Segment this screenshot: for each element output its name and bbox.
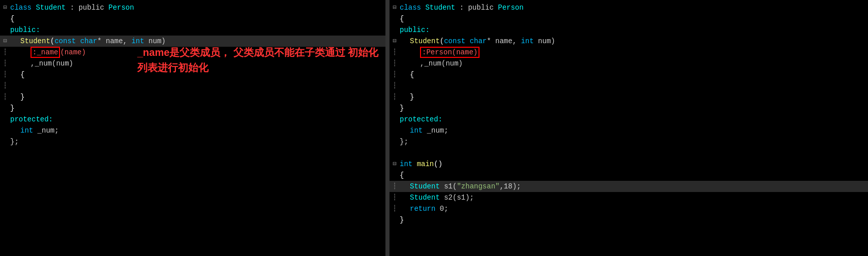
left-code-panel: ⊟class Student : public Person{public:⊟S… bbox=[0, 0, 386, 256]
line-tokens: } bbox=[400, 103, 404, 114]
token: } bbox=[400, 104, 404, 112]
token: Student bbox=[36, 4, 66, 12]
token bbox=[412, 160, 416, 168]
line-tokens: { bbox=[20, 69, 24, 80]
token: main bbox=[417, 160, 434, 168]
line-gutter: ┆ bbox=[0, 58, 10, 69]
token: { bbox=[410, 71, 414, 79]
token: _num; bbox=[33, 126, 58, 135]
code-line: protected: bbox=[0, 114, 385, 125]
token: public: bbox=[10, 26, 40, 34]
code-line: public: bbox=[390, 24, 868, 36]
code-line: }; bbox=[390, 136, 868, 147]
line-gutter: ┆ bbox=[0, 47, 10, 58]
line-tokens: protected: bbox=[400, 114, 442, 125]
token: s1( bbox=[440, 182, 457, 190]
token: const bbox=[444, 37, 465, 45]
line-tokens: { bbox=[400, 13, 404, 24]
line-gutter: ┆ bbox=[390, 181, 400, 192]
red-box-highlight: :Person(name) bbox=[420, 47, 480, 58]
right-code-panel: ⊟class Student : public Person{public:⊟S… bbox=[390, 0, 868, 256]
token: }; bbox=[400, 138, 408, 146]
token: Student bbox=[20, 37, 50, 45]
token: { bbox=[20, 71, 24, 79]
line-tokens: protected: bbox=[10, 114, 53, 125]
token: }; bbox=[10, 138, 19, 146]
token: class bbox=[10, 4, 32, 12]
code-line: ⊟Student(const char* name, int num) bbox=[390, 36, 868, 47]
code-line: ┆,_num(num) bbox=[390, 58, 868, 69]
line-tokens: Student s1("zhangsan",18); bbox=[410, 181, 521, 192]
token: s2(s1); bbox=[440, 194, 474, 202]
token: : public bbox=[66, 4, 108, 12]
token: num) bbox=[534, 37, 555, 45]
code-line: ⊟class Student : public Person bbox=[390, 2, 868, 13]
token: { bbox=[400, 171, 404, 179]
token: Student bbox=[410, 194, 440, 202]
token: public: bbox=[400, 26, 430, 34]
token: * name, bbox=[487, 37, 521, 45]
line-tokens: public: bbox=[10, 24, 40, 36]
token: 0; bbox=[435, 205, 448, 213]
token: ,_num(num) bbox=[420, 59, 463, 68]
code-line: }; bbox=[0, 136, 385, 147]
token: Student bbox=[410, 182, 440, 190]
code-line: } bbox=[390, 103, 868, 114]
token: return bbox=[410, 205, 435, 213]
line-gutter: ┆ bbox=[390, 69, 400, 80]
code-line: ┆} bbox=[390, 91, 868, 103]
line-gutter: ┆ bbox=[390, 58, 400, 69]
line-tokens: }; bbox=[400, 136, 408, 147]
code-line: { bbox=[390, 170, 868, 181]
token: Student bbox=[410, 37, 440, 45]
token: Student bbox=[425, 4, 455, 12]
line-tokens: } bbox=[400, 214, 404, 226]
line-tokens: Student(const char* name, int num) bbox=[410, 36, 555, 47]
token: int bbox=[20, 126, 33, 135]
token: } bbox=[400, 216, 404, 224]
token: ( bbox=[440, 37, 444, 45]
code-line: } bbox=[0, 103, 385, 114]
code-line: protected: bbox=[390, 114, 868, 125]
line-tokens: public: bbox=[400, 24, 430, 36]
code-line: ┆ bbox=[390, 80, 868, 91]
code-line: int _num; bbox=[390, 125, 868, 136]
code-line: ┆return 0; bbox=[390, 203, 868, 214]
token: { bbox=[400, 15, 404, 23]
line-tokens: ,_num(num) bbox=[31, 58, 73, 69]
token: } bbox=[10, 104, 14, 112]
code-line: ┆{ bbox=[390, 69, 868, 80]
code-line: ┆ bbox=[0, 80, 385, 91]
line-tokens: } bbox=[10, 103, 14, 114]
token: const bbox=[54, 37, 76, 45]
token: "zhangsan" bbox=[457, 182, 499, 190]
line-gutter: ┆ bbox=[0, 91, 10, 103]
annotation-text: _name是父类成员， 父类成员不能在子类通过 初始化列表进行初始化 bbox=[137, 45, 385, 75]
line-gutter: ┆ bbox=[390, 80, 400, 91]
token: char bbox=[80, 37, 98, 45]
token: : public bbox=[455, 4, 498, 12]
token: } bbox=[410, 93, 414, 101]
line-tokens: int _num; bbox=[410, 125, 448, 136]
code-line bbox=[390, 147, 868, 158]
line-gutter: ┆ bbox=[390, 203, 400, 214]
line-gutter: ⊟ bbox=[390, 2, 400, 13]
line-gutter: ┆ bbox=[0, 80, 10, 91]
code-line: int _num; bbox=[0, 125, 385, 136]
token: (name) bbox=[60, 48, 85, 56]
line-gutter: ⊟ bbox=[390, 158, 400, 170]
token: ( bbox=[50, 37, 54, 45]
line-gutter: ┆ bbox=[390, 192, 400, 203]
line-gutter: ┆ bbox=[390, 91, 400, 103]
line-tokens: ,_num(num) bbox=[420, 58, 463, 69]
line-gutter: ⊟ bbox=[0, 36, 10, 47]
line-gutter: ⊟ bbox=[0, 2, 10, 13]
code-line: ┆Student s2(s1); bbox=[390, 192, 868, 203]
line-tokens: int main() bbox=[400, 158, 442, 170]
token bbox=[76, 37, 80, 45]
token: int bbox=[521, 37, 533, 45]
line-tokens: Student s2(s1); bbox=[410, 192, 474, 203]
token: () bbox=[434, 160, 442, 168]
code-line: public: bbox=[0, 24, 385, 36]
token: Person bbox=[498, 4, 523, 12]
